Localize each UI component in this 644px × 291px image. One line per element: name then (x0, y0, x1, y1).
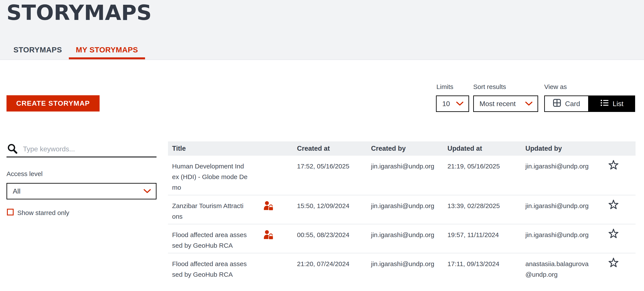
column-header-title[interactable]: Title (168, 145, 297, 152)
restricted-user-lock-icon (263, 230, 274, 241)
title-cell[interactable]: Flood affected area assessed by GeoHub R… (168, 230, 297, 251)
storymap-title[interactable]: Zanzibar Tourism Attractions (172, 200, 259, 222)
created-by-cell: jin.igarashi@undp.org (371, 258, 448, 280)
chevron-down-icon (525, 100, 533, 108)
storymaps-table: Title Created at Created by Updated at U… (168, 142, 636, 282)
view-as-label: View as (544, 83, 567, 90)
created-at-cell: 00:55, 08/23/2024 (297, 230, 371, 251)
star-cell (606, 161, 636, 193)
view-card-label: Card (565, 100, 580, 108)
created-by-cell: jin.igarashi@undp.org (371, 200, 448, 222)
sort-results-label: Sort results (473, 83, 506, 90)
card-grid-icon (553, 99, 561, 109)
chevron-down-icon (456, 100, 464, 108)
page-header: STORYMAPS STORYMAPS MY STORYMAPS (0, 0, 644, 60)
updated-at-cell: 17:11, 09/13/2024 (448, 258, 525, 280)
created-at-cell: 17:52, 05/16/2025 (297, 161, 371, 193)
updated-by-cell: jin.igarashi@undp.org (525, 200, 606, 222)
star-cell (606, 200, 636, 222)
access-level-value: All (13, 187, 20, 195)
created-by-cell: jin.igarashi@undp.org (371, 230, 448, 251)
list-icon (600, 100, 609, 108)
star-toggle-button[interactable] (608, 257, 619, 268)
limits-label: Limits (436, 83, 453, 90)
created-at-cell: 15:50, 12/09/2024 (297, 200, 371, 222)
column-header-created-at[interactable]: Created at (297, 145, 371, 152)
search-underline (6, 156, 156, 158)
view-card-button[interactable]: Card (544, 96, 589, 112)
updated-by-cell: jin.igarashi@undp.org (525, 230, 606, 251)
star-cell (606, 230, 636, 251)
title-cell[interactable]: Flood affected area assessed by GeoHub R… (168, 258, 297, 280)
table-body: Human Development Index (HDI) - Globe mo… (168, 156, 636, 282)
show-starred-checkbox[interactable] (7, 209, 14, 216)
limits-select[interactable]: 10 (436, 96, 469, 112)
restricted-user-lock-icon (263, 201, 274, 212)
table-row[interactable]: Flood affected area assessed by GeoHub R… (168, 253, 636, 282)
updated-by-cell: jin.igarashi@undp.org (525, 161, 606, 193)
title-cell[interactable]: Zanzibar Tourism Attractions (168, 200, 297, 222)
column-header-updated-at[interactable]: Updated at (448, 145, 525, 152)
search-icon (7, 143, 18, 156)
view-list-button[interactable]: List (589, 96, 635, 112)
storymap-title[interactable]: Flood affected area assessed by GeoHub R… (172, 230, 259, 251)
chevron-down-icon (143, 187, 151, 195)
star-toggle-button[interactable] (608, 160, 619, 170)
star-toggle-button[interactable] (608, 199, 619, 210)
updated-at-cell: 13:39, 02/28/2025 (448, 200, 525, 222)
sort-results-value: Most recent (480, 100, 516, 108)
storymap-title[interactable]: Human Development Index (HDI) - Globe mo… (172, 161, 259, 193)
updated-at-cell: 21:19, 05/16/2025 (448, 161, 525, 193)
access-level-select[interactable]: All (6, 183, 156, 200)
tab-my-storymaps[interactable]: MY STORYMAPS (69, 42, 145, 59)
table-row[interactable]: Flood affected area assessed by GeoHub R… (168, 224, 636, 253)
table-header-row: Title Created at Created by Updated at U… (168, 142, 636, 156)
created-at-cell: 21:20, 07/24/2024 (297, 258, 371, 280)
tab-bar: STORYMAPS MY STORYMAPS (6, 42, 145, 59)
star-toggle-button[interactable] (608, 228, 619, 239)
limits-value: 10 (442, 100, 450, 108)
view-list-label: List (612, 100, 624, 108)
updated-by-cell: anastasiia.balagurova@undp.org (525, 258, 606, 280)
create-storymap-button[interactable]: CREATE STORYMAP (6, 95, 100, 112)
created-by-cell: jin.igarashi@undp.org (371, 161, 448, 193)
tab-storymaps[interactable]: STORYMAPS (6, 42, 69, 59)
sort-results-select[interactable]: Most recent (473, 96, 538, 112)
show-starred-label: Show starred only (17, 209, 69, 216)
column-header-updated-by[interactable]: Updated by (525, 145, 606, 152)
page-title: STORYMAPS (6, 0, 152, 25)
table-row[interactable]: Human Development Index (HDI) - Globe mo… (168, 156, 636, 195)
star-cell (606, 258, 636, 280)
access-level-label: Access level (6, 170, 43, 178)
table-row[interactable]: Zanzibar Tourism Attractions 15:50, 12/0… (168, 195, 636, 224)
title-cell[interactable]: Human Development Index (HDI) - Globe mo… (168, 161, 297, 193)
column-header-created-by[interactable]: Created by (371, 145, 448, 152)
search-input[interactable] (23, 144, 144, 154)
storymap-title[interactable]: Flood affected area assessed by GeoHub R… (172, 258, 259, 280)
updated-at-cell: 19:57, 11/11/2024 (448, 230, 525, 251)
